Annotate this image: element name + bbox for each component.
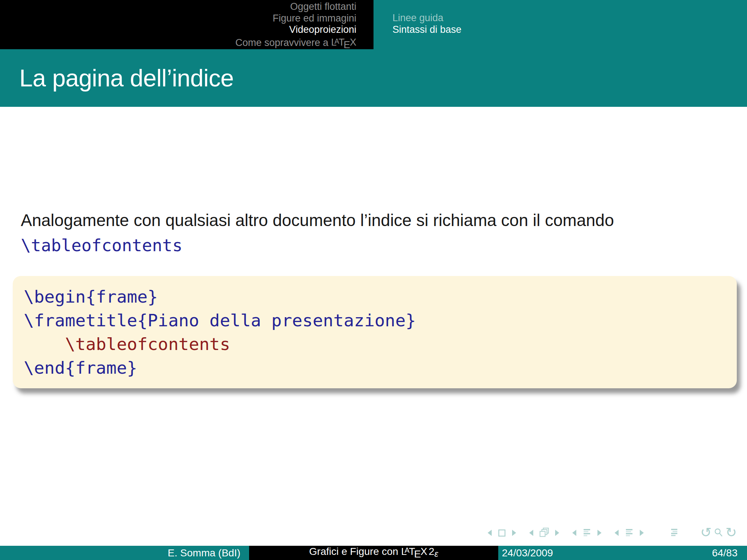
code-line: \begin{frame}: [24, 285, 729, 308]
section-nav: Oggetti flottanti Figure ed immagini Vid…: [0, 0, 374, 49]
footer-author: E. Somma (BdI): [168, 547, 240, 559]
presentation-nav-group: [669, 528, 679, 538]
slide-icon[interactable]: [497, 528, 507, 538]
subsection-icon: [582, 528, 592, 538]
history-forward-icon[interactable]: ↻: [725, 527, 737, 538]
code-line: \frametitle{Piano della presentazione}: [24, 308, 729, 332]
code-line: \end{frame}: [24, 356, 729, 380]
section-item-videoproiezioni[interactable]: Videoproiezioni: [0, 24, 356, 36]
slide-nav-group: [486, 528, 518, 538]
frame-nav-group: [527, 527, 561, 538]
slide-back-icon[interactable]: [486, 528, 494, 538]
navigation-symbols: ↺ ↻: [486, 527, 737, 538]
footline: E. Somma (BdI) Grafici e Figure con LATE…: [0, 546, 747, 560]
search-icon[interactable]: [713, 528, 724, 538]
section-back-icon[interactable]: [613, 528, 621, 538]
section-item-figure-ed-immagini[interactable]: Figure ed immagini: [0, 13, 356, 24]
section-item-come-sopravvivere[interactable]: Come sopravvivere a LATEX: [0, 36, 356, 51]
frametitle-bar: La pagina dell’indice: [0, 49, 747, 107]
headline: Oggetti flottanti Figure ed immagini Vid…: [0, 0, 747, 49]
slide-forward-icon[interactable]: [510, 528, 518, 538]
subsection-item-sintassi-di-base[interactable]: Sintassi di base: [392, 24, 747, 36]
footer-date: 24/03/2009: [502, 547, 553, 559]
body-paragraph: Analogamente con qualsiasi altro documen…: [21, 210, 732, 230]
latex-logo: LATEX: [331, 37, 356, 48]
frames-icon[interactable]: [539, 527, 550, 538]
subsection-nav: Linee guida Sintassi di base: [374, 0, 747, 49]
history-back-icon[interactable]: ↺: [700, 527, 712, 538]
code-block: \begin{frame} \frametitle{Piano della pr…: [13, 276, 737, 388]
latex-logo: LATEX: [401, 546, 427, 557]
section-forward-icon[interactable]: [638, 528, 646, 538]
footer-title: Grafici e Figure con LATEX2ε: [309, 546, 438, 560]
page-title: La pagina dell’indice: [19, 64, 234, 92]
frame-back-icon[interactable]: [527, 528, 535, 538]
footer-page-number: 64/83: [712, 547, 738, 559]
beamer-slide: Oggetti flottanti Figure ed immagini Vid…: [0, 0, 747, 560]
slide-content: Analogamente con qualsiasi altro documen…: [21, 210, 732, 255]
subsection-forward-icon[interactable]: [595, 528, 603, 538]
footer-author-segment: E. Somma (BdI): [0, 546, 249, 560]
footer-title-segment: Grafici e Figure con LATEX2ε: [249, 546, 498, 560]
footer-meta-segment: 24/03/2009 64/83: [498, 546, 747, 560]
subsection-item-linee-guida[interactable]: Linee guida: [392, 12, 747, 24]
section-nav-group: [613, 528, 646, 538]
subsection-nav-group: [570, 528, 603, 538]
section-item-oggetti-flottanti[interactable]: Oggetti flottanti: [0, 1, 356, 13]
frame-forward-icon[interactable]: [553, 528, 561, 538]
history-nav-group: ↺ ↻: [700, 527, 737, 538]
subsection-back-icon[interactable]: [570, 528, 578, 538]
inline-latex-command: \tableofcontents: [21, 236, 732, 255]
code-line: \tableofcontents: [24, 332, 729, 356]
section-item-label: Come sopravvivere a: [235, 37, 331, 48]
section-icon: [624, 528, 634, 538]
presentation-icon[interactable]: [669, 528, 679, 538]
